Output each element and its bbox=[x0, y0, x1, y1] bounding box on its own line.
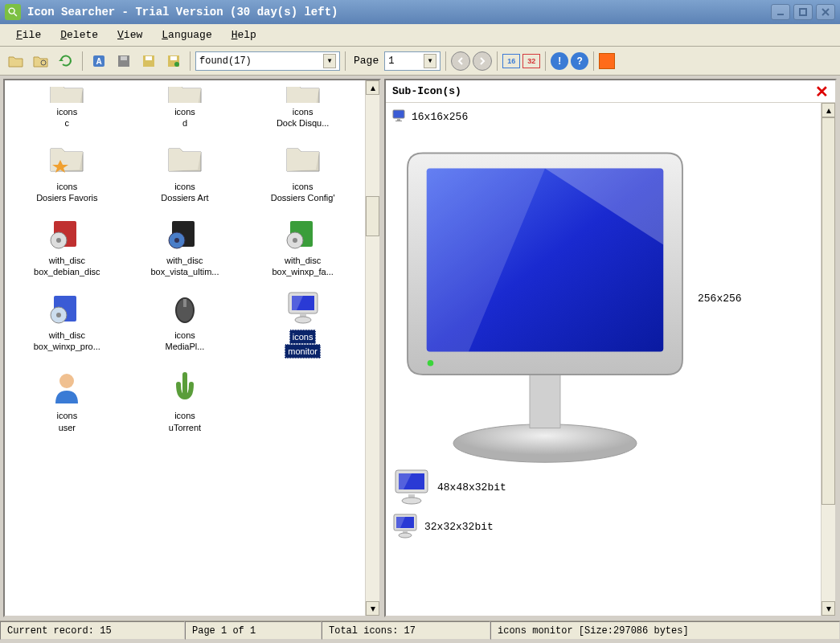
icon-label: iconsmonitor bbox=[244, 330, 361, 359]
svg-rect-11 bbox=[121, 56, 127, 60]
scroll-thumb[interactable] bbox=[366, 196, 379, 236]
icon-item[interactable]: with_discbox_debian_disc bbox=[9, 213, 125, 278]
user-icon bbox=[47, 368, 86, 407]
icon-item[interactable]: iconsDossiers Config' bbox=[244, 139, 361, 204]
size-16-button[interactable]: 16 bbox=[502, 54, 520, 68]
icon-label: iconsMediaPl... bbox=[126, 330, 243, 353]
icon-label: iconsuser bbox=[9, 410, 125, 433]
scroll-up-button[interactable]: ▴ bbox=[822, 103, 835, 117]
icon-label: iconsc bbox=[9, 106, 125, 129]
export-button[interactable] bbox=[137, 50, 160, 72]
svg-rect-31 bbox=[183, 299, 186, 307]
scroll-down-button[interactable]: ▾ bbox=[822, 601, 835, 616]
icon-item[interactable]: iconsmonitor bbox=[244, 288, 361, 359]
close-sub-button[interactable]: ✕ bbox=[815, 82, 829, 101]
search-combo[interactable]: found(17) ▾ bbox=[195, 51, 340, 71]
icon-item[interactable]: iconsMediaPl... bbox=[126, 288, 243, 359]
size-32-button[interactable]: 32 bbox=[522, 54, 540, 68]
menu-help[interactable]: Help bbox=[222, 27, 266, 43]
statusbar: Current record: 15 Page 1 of 1 Total ico… bbox=[0, 620, 840, 640]
monitor-icon bbox=[392, 129, 698, 467]
icon-item[interactable]: iconsDossiers Art bbox=[126, 139, 243, 204]
icon-item[interactable]: iconsd bbox=[126, 87, 243, 129]
right-scrollbar[interactable]: ▴ ▾ bbox=[821, 103, 835, 616]
folder-art-icon bbox=[166, 139, 204, 178]
export-all-button[interactable] bbox=[162, 50, 185, 72]
svg-rect-3 bbox=[800, 9, 806, 15]
icon-item[interactable]: iconsc bbox=[9, 87, 125, 129]
svg-point-28 bbox=[56, 313, 61, 317]
svg-point-16 bbox=[174, 62, 179, 67]
stop-button[interactable] bbox=[599, 53, 615, 69]
sub-header: Sub-Icon(s) ✕ bbox=[386, 80, 835, 103]
folder-cut-icon bbox=[284, 87, 322, 103]
svg-point-0 bbox=[9, 8, 14, 14]
sub-icon-16[interactable]: 16x16x256 bbox=[392, 109, 814, 125]
close-button[interactable] bbox=[816, 4, 835, 20]
sub-icon-32[interactable]: 32x32x32bit bbox=[392, 513, 814, 541]
minimize-button[interactable] bbox=[771, 4, 790, 20]
size-label: 32x32x32bit bbox=[424, 521, 494, 533]
sub-icon-48[interactable]: 48x48x32bit bbox=[392, 467, 814, 508]
icon-item[interactable]: iconsuTorrent bbox=[126, 368, 243, 433]
left-scrollbar[interactable]: ▴ ▾ bbox=[365, 80, 379, 616]
icon-label: iconsDock Disqu... bbox=[244, 106, 361, 129]
svg-rect-37 bbox=[393, 110, 404, 118]
icon-label: iconsDossiers Art bbox=[126, 181, 243, 204]
about-button[interactable]: ! bbox=[551, 52, 568, 70]
scroll-up-button[interactable]: ▴ bbox=[366, 80, 379, 95]
size-label: 48x48x32bit bbox=[437, 481, 506, 494]
icon-item[interactable]: iconsDock Disqu... bbox=[244, 87, 361, 129]
help-button[interactable]: ? bbox=[571, 52, 588, 70]
next-page-button[interactable] bbox=[473, 51, 492, 71]
search-value: found(17) bbox=[199, 55, 252, 67]
menu-view[interactable]: View bbox=[108, 27, 152, 43]
utorrent-icon bbox=[166, 368, 204, 407]
icon-label: iconsuTorrent bbox=[126, 410, 243, 433]
box-blue-icon bbox=[47, 288, 86, 326]
scroll-thumb[interactable] bbox=[822, 117, 835, 505]
folder-search-button[interactable] bbox=[30, 50, 52, 72]
folder-open-button[interactable] bbox=[5, 50, 27, 72]
save-a-button[interactable]: A bbox=[88, 50, 110, 72]
svg-point-35 bbox=[295, 317, 311, 323]
chevron-down-icon[interactable]: ▾ bbox=[323, 54, 336, 68]
box-black-icon bbox=[166, 213, 204, 252]
sub-icons-pane: Sub-Icon(s) ✕ 16x16x256 bbox=[384, 79, 837, 617]
refresh-button[interactable] bbox=[55, 50, 77, 72]
sub-icon-256[interactable]: 256x256 bbox=[392, 129, 814, 467]
page-combo[interactable]: 1 ▾ bbox=[384, 51, 440, 71]
menu-delete[interactable]: Delete bbox=[51, 27, 108, 43]
page-value: 1 bbox=[388, 55, 394, 67]
icon-grid[interactable]: iconsciconsdiconsDock Disqu...iconsDosie… bbox=[5, 80, 365, 616]
menu-file[interactable]: File bbox=[6, 27, 51, 43]
icon-label: iconsDossiers Config' bbox=[244, 181, 361, 204]
icon-item[interactable]: iconsuser bbox=[9, 368, 125, 433]
box-red-icon bbox=[47, 213, 86, 252]
icon-item[interactable]: with_discbox_winxp_pro... bbox=[9, 288, 125, 359]
folder-cut-icon bbox=[166, 87, 204, 103]
size-label: 256x256 bbox=[698, 293, 742, 305]
prev-page-button[interactable] bbox=[451, 51, 470, 71]
status-page: Page 1 of 1 bbox=[185, 621, 322, 640]
scroll-down-button[interactable]: ▾ bbox=[366, 601, 379, 616]
folder-cfg-icon bbox=[284, 139, 322, 178]
chevron-down-icon[interactable]: ▾ bbox=[424, 54, 436, 68]
svg-text:A: A bbox=[96, 57, 101, 66]
svg-point-47 bbox=[402, 498, 421, 504]
svg-point-40 bbox=[453, 424, 637, 463]
content-area: iconsciconsdiconsDock Disqu...iconsDosie… bbox=[0, 76, 840, 620]
maximize-button[interactable] bbox=[793, 4, 813, 20]
icon-item[interactable]: iconsDosiers Favoris bbox=[9, 139, 125, 204]
page-label: Page bbox=[354, 55, 379, 67]
menu-language[interactable]: Language bbox=[152, 27, 221, 43]
folder-cut-icon bbox=[47, 87, 86, 103]
svg-rect-41 bbox=[530, 375, 560, 428]
svg-line-1 bbox=[14, 13, 17, 16]
icon-item[interactable]: with_discbox_vista_ultim... bbox=[126, 213, 243, 278]
sub-content: 16x16x256 bbox=[386, 103, 821, 616]
svg-point-51 bbox=[399, 533, 412, 538]
icon-item[interactable]: with_discbox_winxp_fa... bbox=[244, 213, 361, 278]
svg-rect-15 bbox=[170, 56, 177, 60]
save-disk-button[interactable] bbox=[113, 50, 135, 72]
